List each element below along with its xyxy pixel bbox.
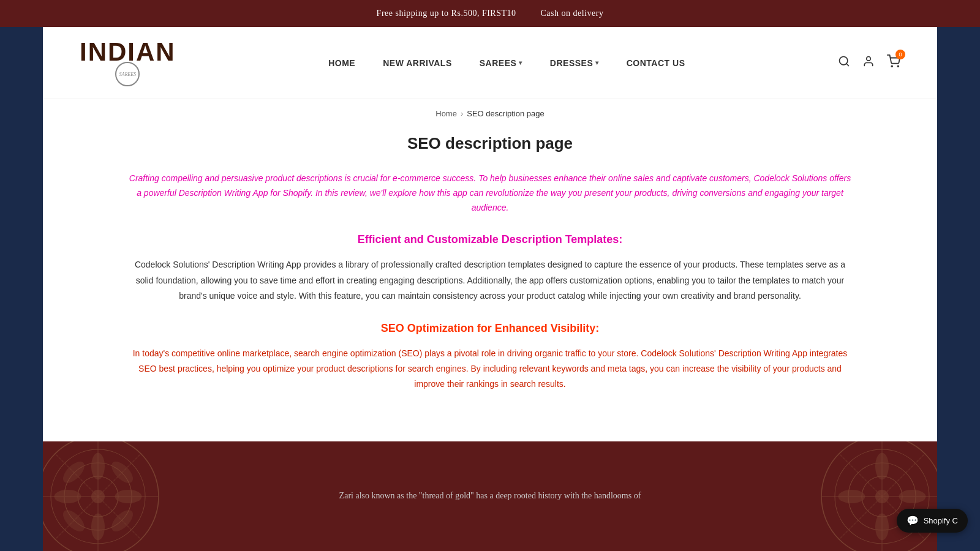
bg-left-panel	[0, 0, 43, 551]
svg-point-31	[875, 513, 889, 540]
cart-count: 0	[895, 50, 905, 59]
svg-point-14	[91, 513, 105, 540]
cart-icon[interactable]: 0	[887, 54, 900, 71]
main-nav: HOME NEW ARRIVALS SAREES ▾ DRESSES ▾ CON…	[328, 58, 685, 68]
breadcrumb-current: SEO description page	[467, 109, 544, 118]
nav-contact[interactable]: CONTACT US	[627, 58, 685, 68]
announcement-bar: Free shipping up to Rs.500, FIRST10 Cash…	[0, 0, 980, 27]
nav-sarees[interactable]: SAREES ▾	[480, 58, 522, 68]
logo-brand: INDIAN	[80, 39, 176, 65]
shipping-text: Free shipping up to Rs.500, FIRST10	[377, 9, 516, 18]
svg-point-3	[891, 66, 892, 67]
nav-dresses[interactable]: DRESSES ▾	[550, 58, 599, 68]
mandala-right	[815, 441, 937, 551]
chat-button[interactable]: 💬 Shopify C	[897, 509, 968, 533]
site-wrapper: INDIAN SAREES HOME NEW ARRIVALS SAREES ▾…	[43, 27, 937, 441]
svg-point-30	[875, 452, 889, 479]
logo[interactable]: INDIAN SAREES	[80, 39, 176, 86]
svg-point-34	[875, 490, 889, 503]
mandala-left	[43, 441, 165, 551]
breadcrumb: Home › SEO description page	[43, 99, 937, 128]
nav-new-arrivals[interactable]: NEW ARRIVALS	[383, 58, 452, 68]
svg-point-16	[115, 490, 142, 503]
page-content: SEO description page Crafting compelling…	[43, 128, 937, 441]
payment-text: Cash on delivery	[541, 9, 604, 18]
breadcrumb-separator: ›	[461, 109, 463, 118]
sarees-dropdown-arrow: ▾	[519, 59, 522, 66]
bg-right-panel	[937, 0, 980, 551]
svg-line-1	[846, 64, 849, 66]
svg-point-21	[91, 490, 105, 503]
svg-point-15	[55, 490, 81, 503]
chat-label: Shopify C	[924, 516, 958, 525]
logo-circle-text: SAREES	[119, 72, 137, 77]
svg-point-4	[897, 66, 899, 67]
chat-icon: 💬	[907, 515, 919, 527]
svg-point-2	[867, 57, 871, 61]
footer: Zari also known as the "thread of gold" …	[43, 441, 937, 551]
intro-paragraph: Crafting compelling and persuasive produ…	[116, 171, 864, 215]
dresses-dropdown-arrow: ▾	[595, 59, 599, 66]
svg-point-33	[899, 490, 926, 503]
search-icon[interactable]	[838, 55, 850, 70]
page-title: SEO description page	[116, 134, 864, 153]
breadcrumb-home[interactable]: Home	[435, 109, 457, 118]
footer-text: Zari also known as the "thread of gold" …	[217, 489, 764, 503]
section-1: Efficient and Customizable Description T…	[116, 233, 864, 304]
section-2: SEO Optimization for Enhanced Visibility…	[116, 322, 864, 392]
logo-circle: SAREES	[115, 62, 140, 86]
svg-point-32	[839, 490, 865, 503]
section2-heading: SEO Optimization for Enhanced Visibility…	[116, 322, 864, 335]
nav-home[interactable]: HOME	[328, 58, 355, 68]
header-icons: 0	[838, 54, 900, 71]
header: INDIAN SAREES HOME NEW ARRIVALS SAREES ▾…	[43, 27, 937, 99]
section1-heading: Efficient and Customizable Description T…	[116, 233, 864, 246]
svg-point-13	[91, 452, 105, 479]
section2-body: In today's competitive online marketplac…	[116, 346, 864, 392]
section1-body: Codelock Solutions' Description Writing …	[116, 257, 864, 304]
account-icon[interactable]	[862, 55, 875, 70]
